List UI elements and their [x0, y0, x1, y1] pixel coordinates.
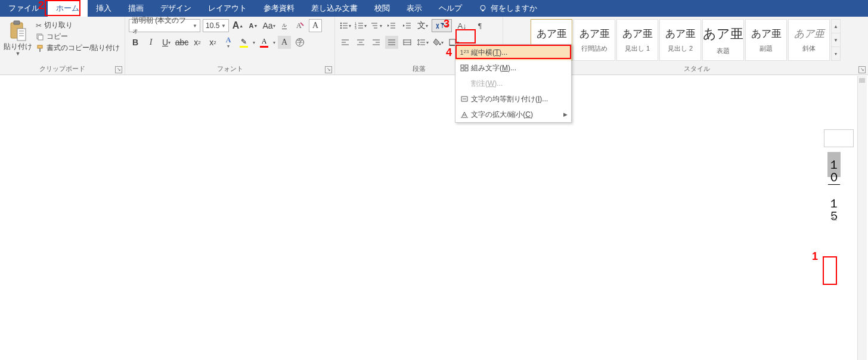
menu-char-scale[interactable]: 文字の拡大/縮小(C) ▶ — [455, 107, 571, 122]
align-justify-button[interactable] — [385, 36, 398, 49]
tab-file[interactable]: ファイル — [0, 0, 48, 17]
svg-point-12 — [340, 27, 342, 29]
group-clipboard: 貼り付け ▼ ✂ 切り取り コピー 書式のコピ — [0, 17, 125, 75]
style-heading1[interactable]: あア亜 見出し 1 — [616, 19, 658, 61]
change-case-button[interactable]: Aa▾ — [262, 19, 275, 32]
tell-me[interactable]: 何をしますか — [470, 0, 545, 17]
multilevel-list-button[interactable]: ▾ — [370, 19, 383, 32]
cut-button[interactable]: ✂ 切り取り — [36, 20, 120, 30]
align-right-button[interactable] — [370, 36, 383, 49]
svg-rect-6 — [38, 35, 43, 40]
asian-layout-menu: 123 縦中横(T)... 組み文字(M)... 割注(W)... 文字の均等割… — [455, 44, 572, 123]
format-painter-label: 書式のコピー/貼り付け — [46, 43, 120, 53]
font-size-dropdown[interactable]: 10.5▼ — [203, 19, 229, 32]
svg-point-10 — [340, 23, 342, 24]
group-styles: あア亜 標 あア亜 行間詰め あア亜 見出し 1 あア亜 見出し 2 あア亜 — [526, 17, 868, 75]
tab-design[interactable]: デザイン — [152, 0, 200, 17]
fit-text-icon — [458, 95, 471, 103]
svg-rect-8 — [39, 48, 41, 52]
svg-rect-4 — [17, 29, 26, 41]
clipboard-dialog-launcher[interactable]: ↘ — [115, 66, 122, 73]
char-border-button[interactable]: A — [309, 19, 322, 32]
menu-fit-text[interactable]: 文字の均等割り付け(I)... — [455, 91, 571, 107]
grow-font-button[interactable]: ▲ — [231, 19, 244, 32]
format-painter-button[interactable]: 書式のコピー/貼り付け — [36, 43, 120, 53]
ruby-button[interactable]: ル — [278, 19, 291, 32]
tab-home[interactable]: ホーム — [48, 0, 88, 17]
svg-point-0 — [480, 5, 485, 10]
svg-point-11 — [340, 25, 342, 26]
style-italic[interactable]: あア亜 斜体 — [788, 19, 830, 61]
vertical-scrollbar[interactable] — [857, 76, 867, 360]
clear-formatting-button[interactable]: A — [293, 19, 306, 32]
style-subtitle[interactable]: あア亜 副題 — [745, 19, 787, 61]
asian-layout-button[interactable]: ▾ — [432, 19, 452, 32]
menu-tatechuyoko[interactable]: 123 縦中横(T)... — [455, 45, 571, 60]
tab-view[interactable]: 表示 — [398, 0, 430, 17]
tab-draw[interactable]: 描画 — [120, 0, 152, 17]
lightbulb-icon — [479, 4, 487, 13]
tab-mailings[interactable]: 差し込み文書 — [303, 0, 366, 17]
menu-warichu: 割注(W)... — [455, 76, 571, 91]
group-label-styles: スタイル — [684, 64, 710, 73]
styles-dialog-launcher[interactable]: ↘ — [858, 66, 866, 73]
tab-references[interactable]: 参考資料 — [255, 0, 303, 17]
shading-button[interactable]: ▾ — [432, 36, 445, 49]
copy-icon — [36, 33, 44, 41]
align-center-button[interactable] — [354, 36, 367, 49]
sort-icon: A↓ — [457, 21, 466, 30]
subscript-button[interactable]: x2 — [191, 36, 204, 49]
bold-button[interactable]: B — [129, 36, 142, 49]
clear-formatting-icon: A — [295, 21, 305, 30]
ribbon: 貼り付け ▼ ✂ 切り取り コピー 書式のコピ — [0, 17, 868, 75]
superscript-button[interactable]: x2 — [206, 36, 219, 49]
highlight-button[interactable]: ✎ — [237, 36, 250, 49]
decrease-indent-button[interactable] — [385, 19, 398, 32]
sort-button[interactable]: A↓ — [454, 19, 470, 32]
styles-scroll-up[interactable]: ▲ — [832, 20, 840, 33]
underline-button[interactable]: U▾ — [160, 36, 173, 49]
distribute-button[interactable] — [401, 36, 414, 49]
styles-expand[interactable]: ▾ — [832, 47, 840, 60]
paste-dropdown-caret[interactable]: ▼ — [16, 51, 21, 57]
document-area[interactable]: 東京都〇〇区〇〇１０―１５↲ — [0, 76, 868, 360]
char-shading-button[interactable]: A — [278, 36, 291, 49]
svg-rect-1 — [482, 10, 484, 11]
strikethrough-button[interactable]: abc — [175, 36, 188, 49]
styles-scroll-down[interactable]: ▼ — [832, 33, 840, 47]
tab-insert[interactable]: 挿入 — [88, 0, 120, 17]
font-name-dropdown[interactable]: 游明朝 (本文のフォ▼ — [129, 19, 200, 32]
enclose-char-button[interactable]: 字 — [293, 36, 306, 49]
page-edge — [824, 129, 854, 147]
tab-help[interactable]: ヘルプ — [430, 0, 470, 17]
svg-text:3: 3 — [355, 26, 356, 30]
align-left-button[interactable] — [339, 36, 352, 49]
text-effects-button[interactable]: A ▾ — [222, 36, 235, 49]
style-heading2[interactable]: あア亜 見出し 2 — [659, 19, 701, 61]
combine-icon — [458, 64, 471, 72]
style-title[interactable]: あア亜 表題 — [702, 19, 744, 61]
document-text[interactable]: 東京都〇〇区〇〇１０―１５↲ — [827, 147, 841, 222]
font-color-button[interactable]: A — [258, 36, 271, 49]
bullets-button[interactable]: ▾ — [339, 19, 352, 32]
increase-indent-button[interactable] — [401, 19, 414, 32]
menu-combine-characters[interactable]: 組み文字(M)... — [455, 60, 571, 76]
tab-review[interactable]: 校閲 — [366, 0, 398, 17]
pilcrow-icon: ¶ — [478, 21, 482, 30]
paste-button[interactable]: 貼り付け ▼ — [4, 19, 32, 57]
svg-rect-3 — [14, 21, 20, 24]
ribbon-tabbar: ファイル ホーム 挿入 描画 デザイン レイアウト 参考資料 差し込み文書 校閲… — [0, 0, 868, 17]
style-no-spacing[interactable]: あア亜 行間詰め — [574, 19, 615, 61]
tab-layout[interactable]: レイアウト — [200, 0, 255, 17]
line-spacing-button[interactable]: ▾ — [416, 36, 429, 49]
shrink-font-button[interactable]: ▼ — [247, 19, 260, 32]
font-dialog-launcher[interactable]: ↘ — [325, 66, 332, 73]
show-marks-button[interactable]: ¶ — [472, 19, 488, 32]
shrink-font-icon — [249, 22, 254, 29]
scrollbar-thumb[interactable] — [859, 78, 865, 83]
copy-button[interactable]: コピー — [36, 32, 120, 42]
italic-button[interactable]: I — [144, 36, 157, 49]
text-direction-button[interactable]: 文▾ — [416, 19, 429, 32]
copy-label: コピー — [46, 32, 68, 42]
numbering-button[interactable]: 123▾ — [354, 19, 367, 32]
